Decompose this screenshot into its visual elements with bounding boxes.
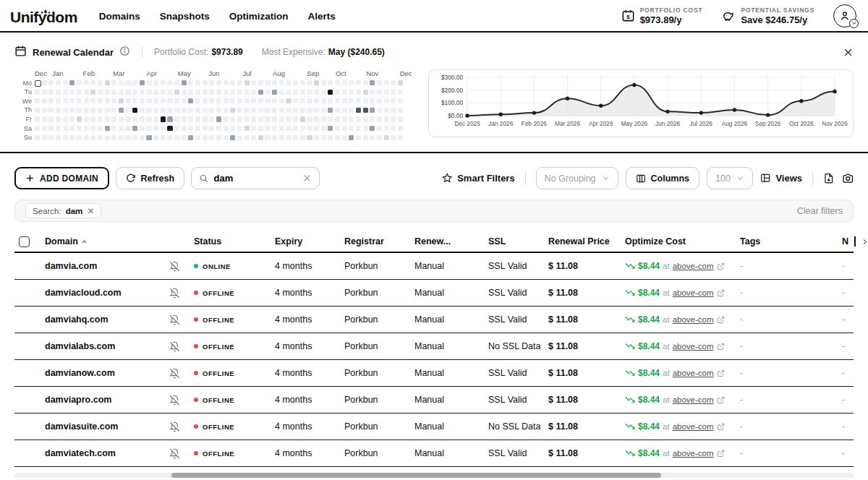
heatmap-cell [370, 116, 375, 121]
heatmap-cell [111, 90, 116, 95]
provider-link[interactable]: above-com [673, 262, 714, 270]
heatmap-cell [244, 90, 250, 95]
avatar-chevron-down-icon[interactable] [849, 19, 859, 28]
column-header-tags[interactable]: Tags [736, 236, 838, 247]
export-file-icon[interactable] [823, 173, 835, 184]
notifications-off-icon[interactable] [169, 421, 180, 432]
brand-logo[interactable]: Unifydom [10, 6, 77, 26]
grouping-select[interactable]: No Grouping [536, 167, 618, 189]
heatmap-cell [48, 116, 54, 121]
heatmap-cell [286, 80, 291, 85]
notifications-off-icon[interactable] [169, 288, 180, 299]
external-link-icon[interactable] [717, 423, 725, 431]
camera-icon[interactable] [842, 172, 854, 184]
nav-item-domains[interactable]: Domains [99, 11, 140, 22]
clear-filters-button[interactable]: Clear filters [797, 206, 843, 216]
search-box[interactable] [191, 167, 320, 189]
table-row[interactable]: damvialabs.com OFFLINE 4 months Porkbun … [14, 333, 854, 360]
horizontal-scrollbar-track[interactable] [14, 473, 854, 478]
scroll-columns-right-icon[interactable] [861, 238, 868, 246]
domain-name[interactable]: damviasuite.com [45, 421, 118, 432]
external-link-icon[interactable] [717, 396, 725, 404]
add-domain-button[interactable]: ADD DOMAIN [14, 167, 109, 189]
table-row[interactable]: damvia.com ONLINE 4 months Porkbun Manua… [14, 253, 854, 280]
search-filter-chip[interactable]: Search: dam ✕ [25, 203, 101, 218]
column-header-registrar[interactable]: Registrar [340, 236, 410, 247]
horizontal-scrollbar-thumb[interactable] [171, 473, 661, 478]
heatmap-cell [258, 98, 263, 103]
provider-link[interactable]: above-com [673, 369, 714, 377]
table-row[interactable]: damviacloud.com OFFLINE 4 months Porkbun… [14, 280, 854, 307]
heatmap-cell [279, 98, 284, 103]
heatmap-cell [328, 90, 333, 95]
column-header-ssl[interactable]: SSL [484, 236, 544, 247]
table-row[interactable]: damviahq.com OFFLINE 4 months Porkbun Ma… [14, 307, 854, 333]
external-link-icon[interactable] [717, 289, 725, 297]
heatmap-cell [119, 98, 124, 103]
provider-link[interactable]: above-com [673, 422, 714, 431]
external-link-icon[interactable] [717, 450, 725, 458]
column-header-status[interactable]: Status [190, 236, 271, 247]
heatmap-cell [98, 98, 103, 103]
column-header-notes[interactable]: N [838, 236, 868, 247]
domain-name[interactable]: damvia.com [45, 261, 97, 271]
domain-name[interactable]: damvialabs.com [45, 341, 115, 351]
column-header-renewal[interactable]: Renew... [410, 236, 484, 247]
refresh-button[interactable]: Refresh [116, 167, 184, 189]
ssl-value: No SSL Data [484, 341, 544, 351]
heatmap-cell [251, 90, 256, 95]
column-header-renewal-price[interactable]: Renewal Price [544, 236, 621, 247]
external-link-icon[interactable] [717, 262, 725, 270]
column-header-expiry[interactable]: Expiry [271, 236, 340, 247]
provider-link[interactable]: above-com [673, 342, 714, 351]
domain-name[interactable]: damviatech.com [45, 448, 116, 458]
smart-filters-button[interactable]: Smart Filters [442, 173, 515, 184]
domain-name[interactable]: damviapro.com [45, 395, 111, 405]
domain-name[interactable]: damviahq.com [45, 314, 109, 325]
heatmap-cell [77, 80, 82, 85]
external-link-icon[interactable] [717, 316, 725, 324]
domain-name[interactable]: damviacloud.com [45, 288, 122, 298]
user-avatar[interactable] [833, 4, 856, 27]
views-button[interactable]: Views [760, 173, 802, 184]
domain-name[interactable]: damvianow.com [45, 368, 115, 378]
select-all-checkbox[interactable] [19, 236, 30, 247]
nav-item-alerts[interactable]: Alerts [308, 11, 336, 22]
heatmap-cell [216, 126, 221, 131]
external-link-icon[interactable] [717, 369, 725, 377]
notifications-off-icon[interactable] [169, 395, 180, 406]
heatmap-cell [265, 116, 270, 121]
search-input[interactable] [214, 173, 298, 184]
columns-icon [636, 173, 646, 184]
table-row[interactable]: damviapro.com OFFLINE 4 months Porkbun M… [14, 387, 854, 413]
info-icon[interactable] [119, 46, 130, 59]
page-size-select[interactable]: 100 [707, 167, 753, 189]
heatmap-cell [321, 90, 326, 95]
table-row[interactable]: damviatech.com OFFLINE 4 months Porkbun … [14, 440, 854, 467]
notifications-off-icon[interactable] [169, 341, 180, 352]
provider-link[interactable]: above-com [673, 395, 714, 404]
table-row[interactable]: damvianow.com OFFLINE 4 months Porkbun M… [14, 360, 854, 387]
nav-item-snapshots[interactable]: Snapshots [160, 11, 210, 22]
heatmap-cell [69, 90, 75, 95]
provider-link[interactable]: above-com [673, 288, 714, 297]
close-icon[interactable] [843, 47, 854, 58]
provider-link[interactable]: above-com [673, 315, 714, 324]
heatmap-cell [328, 135, 333, 140]
external-link-icon[interactable] [717, 343, 725, 351]
notifications-off-icon[interactable] [169, 314, 180, 325]
heatmap-day-label: Mo [19, 80, 32, 87]
remove-filter-icon[interactable]: ✕ [87, 207, 94, 215]
table-row[interactable]: damviasuite.com OFFLINE 4 months Porkbun… [14, 413, 854, 440]
provider-link[interactable]: above-com [673, 449, 714, 458]
clear-search-icon[interactable] [302, 173, 312, 183]
columns-button[interactable]: Columns [626, 167, 699, 189]
heatmap-cell [237, 80, 242, 85]
column-header-domain[interactable]: Domain [41, 236, 190, 247]
notifications-off-icon[interactable] [169, 448, 180, 459]
nav-item-optimization[interactable]: Optimization [229, 11, 289, 22]
column-header-optimize-cost[interactable]: Optimize Cost [621, 236, 736, 247]
notifications-off-icon[interactable] [169, 368, 180, 379]
savings-at-label: at [663, 449, 670, 458]
notifications-off-icon[interactable] [169, 261, 180, 272]
